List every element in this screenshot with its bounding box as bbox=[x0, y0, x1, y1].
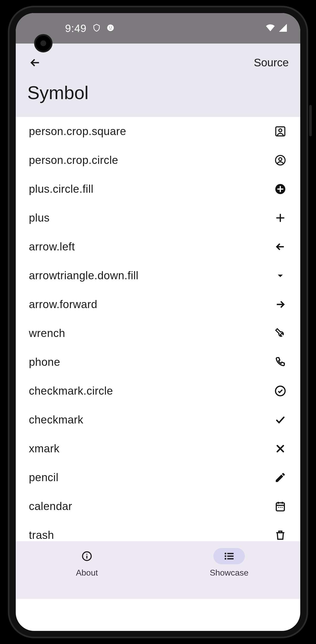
svg-point-11 bbox=[280, 507, 281, 508]
symbol-name: pencil bbox=[29, 471, 59, 484]
symbol-name: calendar bbox=[29, 500, 72, 513]
symbol-name: arrowtriangle.down.fill bbox=[29, 269, 139, 282]
symbol-name: phone bbox=[29, 356, 60, 368]
list-icon bbox=[213, 548, 245, 564]
svg-point-15 bbox=[86, 554, 87, 555]
arrow-back-icon bbox=[29, 56, 42, 69]
svg-point-20 bbox=[225, 558, 226, 560]
svg-rect-19 bbox=[227, 556, 234, 557]
symbol-name: checkmark bbox=[29, 414, 83, 426]
statusbar-time: 9:49 bbox=[65, 23, 87, 34]
device-camera bbox=[34, 34, 52, 52]
symbol-row[interactable]: person.crop.circle bbox=[16, 146, 300, 175]
plus-icon bbox=[273, 211, 287, 225]
symbol-row[interactable]: person.crop.square bbox=[16, 117, 300, 146]
symbol-name: checkmark.circle bbox=[29, 385, 113, 397]
symbol-list[interactable]: person.crop.squareperson.crop.circleplus… bbox=[16, 117, 300, 541]
gesture-bar bbox=[121, 622, 195, 625]
svg-point-0 bbox=[107, 25, 114, 31]
symbol-row[interactable]: checkmark.circle bbox=[16, 377, 300, 405]
arrowtriangle-down-fill-icon bbox=[273, 269, 287, 282]
app-header: Source Symbol bbox=[16, 44, 300, 117]
back-button[interactable] bbox=[27, 55, 43, 71]
symbol-row[interactable]: trash bbox=[16, 521, 300, 541]
symbol-row[interactable]: pencil bbox=[16, 463, 300, 492]
symbol-row[interactable]: plus bbox=[16, 203, 300, 232]
svg-point-12 bbox=[282, 507, 283, 508]
symbol-name: person.crop.square bbox=[29, 125, 126, 138]
plus-circle-fill-icon bbox=[273, 182, 287, 196]
svg-point-10 bbox=[278, 507, 279, 508]
svg-rect-21 bbox=[227, 558, 234, 560]
nav-showcase-label: Showcase bbox=[210, 568, 249, 578]
symbol-name: plus bbox=[29, 212, 50, 224]
symbol-row[interactable]: wrench bbox=[16, 319, 300, 348]
svg-point-16 bbox=[225, 553, 226, 554]
checkmark-circle-icon bbox=[273, 384, 287, 398]
nav-about-label: About bbox=[76, 568, 98, 578]
symbol-row[interactable]: phone bbox=[16, 348, 300, 377]
person-circle-icon bbox=[273, 153, 287, 167]
cellular-icon bbox=[278, 23, 288, 34]
symbol-row[interactable]: checkmark bbox=[16, 405, 300, 434]
info-icon bbox=[71, 548, 103, 564]
arrow-forward-icon bbox=[273, 298, 287, 311]
symbol-name: trash bbox=[29, 529, 54, 541]
trash-icon bbox=[273, 528, 287, 541]
svg-point-6 bbox=[279, 158, 282, 161]
nav-showcase[interactable]: Showcase bbox=[158, 548, 300, 578]
symbol-name: wrench bbox=[29, 327, 65, 340]
calendar-icon bbox=[273, 500, 287, 513]
bottom-nav: About Showcase bbox=[16, 541, 300, 599]
symbol-row[interactable]: arrow.left bbox=[16, 232, 300, 261]
pencil-icon bbox=[273, 471, 287, 484]
symbol-row[interactable]: calendar bbox=[16, 492, 300, 521]
svg-point-1 bbox=[109, 27, 110, 28]
wifi-icon bbox=[265, 23, 276, 34]
symbol-name: person.crop.circle bbox=[29, 154, 118, 167]
checkmark-icon bbox=[273, 413, 287, 427]
svg-point-4 bbox=[279, 129, 282, 132]
symbol-name: plus.circle.fill bbox=[29, 183, 93, 195]
person-square-icon bbox=[273, 125, 287, 138]
svg-point-18 bbox=[225, 555, 226, 557]
symbol-name: arrow.forward bbox=[29, 298, 97, 311]
face-icon bbox=[107, 24, 114, 33]
source-link[interactable]: Source bbox=[254, 56, 289, 69]
symbol-row[interactable]: arrow.forward bbox=[16, 290, 300, 319]
symbol-name: arrow.left bbox=[29, 240, 75, 253]
phone-icon bbox=[273, 355, 287, 369]
wrench-icon bbox=[273, 326, 287, 340]
svg-rect-17 bbox=[227, 553, 234, 554]
arrow-left-icon bbox=[273, 240, 287, 254]
symbol-row[interactable]: plus.circle.fill bbox=[16, 175, 300, 203]
privacy-shield-icon bbox=[92, 24, 101, 33]
xmark-icon bbox=[273, 442, 287, 455]
status-bar: 9:49 bbox=[16, 13, 300, 44]
symbol-row[interactable]: xmark bbox=[16, 434, 300, 463]
page-title: Symbol bbox=[27, 82, 289, 103]
symbol-row[interactable]: arrowtriangle.down.fill bbox=[16, 261, 300, 290]
symbol-name: xmark bbox=[29, 442, 60, 455]
svg-point-2 bbox=[111, 27, 112, 28]
nav-about[interactable]: About bbox=[16, 548, 158, 578]
